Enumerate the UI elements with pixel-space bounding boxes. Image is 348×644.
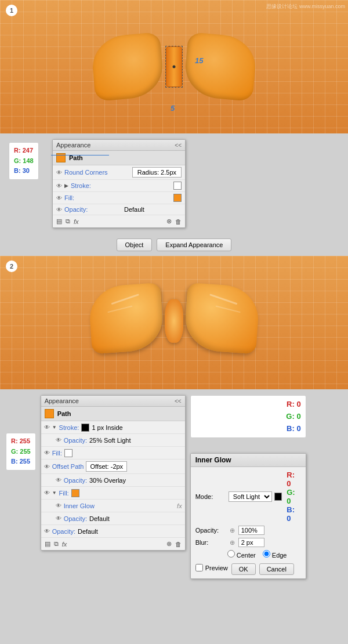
ig-mode-row: Mode: Soft Light R: 0 G: 0 B: 0	[195, 471, 301, 523]
ig-blur-val[interactable]: 2 px	[238, 538, 264, 547]
expand-fill[interactable]: ▼	[52, 490, 57, 495]
trash-icon[interactable]: 🗑	[175, 218, 182, 225]
bow-shape-1	[93, 29, 255, 104]
vis-icon-op[interactable]: 👁	[44, 464, 50, 470]
edge-radio-input[interactable]	[263, 550, 270, 558]
vis-icon-f2[interactable]: 👁	[44, 490, 50, 496]
fill-link-2[interactable]: Fill:	[52, 450, 62, 457]
object-button[interactable]: Object	[117, 238, 153, 251]
bow2-left-wing	[88, 283, 165, 354]
ig-radio-row: Center Edge	[227, 550, 301, 559]
delete-icon[interactable]: ⊗	[166, 218, 172, 225]
ig-opacity-label: Opacity:	[195, 527, 227, 534]
opacity-val-1: Default	[124, 206, 182, 213]
ig-mode-label: Mode:	[195, 493, 226, 500]
expand-icon-1[interactable]: ▶	[64, 183, 68, 189]
panel-controls-2[interactable]: <<	[175, 398, 182, 404]
offset-value: Offset: -2px	[86, 461, 127, 472]
opacity-link-1[interactable]: Opacity:	[64, 206, 122, 213]
trash-icon-2[interactable]: 🗑	[175, 541, 182, 548]
vis-icon-ig[interactable]: 👁	[56, 502, 61, 509]
vis-icon-f1[interactable]: 👁	[44, 450, 50, 456]
section1-number: 1	[6, 5, 17, 16]
offset-path-link[interactable]: Offset Path	[52, 463, 84, 470]
fill-swatch-2[interactable]	[64, 449, 72, 457]
section1-canvas: 1 15 5 思缘设计论坛 www.missyuan.com	[0, 0, 348, 133]
button-row-1: Object Expand Appearance	[0, 234, 348, 256]
stroke-swatch-2[interactable]	[81, 424, 89, 432]
stroke-link-1[interactable]: Stroke:	[71, 182, 171, 189]
vis-icon-s[interactable]: 👁	[44, 424, 50, 430]
ig-opacity-val[interactable]: 100%	[238, 526, 264, 535]
r-value-3: R: 0	[195, 399, 301, 411]
visibility-icon-2[interactable]: 👁	[56, 183, 62, 189]
round-corners-link[interactable]: Round Corners	[64, 169, 130, 176]
opacity-link-4[interactable]: Opacity:	[64, 515, 87, 522]
vis-icon-o4[interactable]: 👁	[44, 528, 50, 534]
label-5: 5	[171, 104, 175, 113]
opacity-row-4: 👁 Opacity: Default	[41, 512, 185, 525]
center-radio-input[interactable]	[227, 550, 235, 558]
fill-row-3: 👁 ▼ Fill:	[41, 487, 185, 500]
duplicate-icon-2[interactable]: ⧉	[54, 540, 59, 548]
opacity-row-5: 👁 Opacity: Default	[41, 525, 185, 538]
layer-icon[interactable]: ▤	[56, 218, 62, 225]
fill-row-1: 👁 Fill:	[53, 192, 185, 204]
preview-checkbox[interactable]	[195, 564, 203, 571]
g-value-3: G: 0	[195, 411, 301, 423]
panel-header-1: Path	[53, 151, 185, 165]
opacity-val-4: Default	[89, 515, 110, 522]
ok-button[interactable]: OK	[231, 563, 256, 575]
visibility-icon-3[interactable]: 👁	[56, 195, 62, 201]
selection-box	[165, 46, 183, 88]
path-label-2: Path	[57, 410, 71, 417]
fill-link-1[interactable]: Fill:	[64, 194, 171, 201]
stroke-swatch-1[interactable]	[173, 182, 182, 190]
fill-link-3[interactable]: Fill:	[59, 490, 69, 497]
color-label-3: R: 0 G: 0 B: 0	[190, 395, 306, 438]
ig-center-radio[interactable]: Center	[227, 550, 256, 559]
blur-stepper-up[interactable]: ⊕	[230, 539, 235, 547]
expand-appearance-button[interactable]: Expand Appearance	[157, 238, 231, 251]
panel-controls-1[interactable]: <<	[175, 142, 182, 149]
panel-title-bar-1: Appearance <<	[53, 140, 185, 151]
visibility-icon-4[interactable]: 👁	[56, 207, 62, 213]
panel-area-1: R: 247 G: 148 B: 30 Appearance << Path 👁…	[0, 133, 348, 234]
ig-opacity-row: Opacity: ⊕ 100%	[195, 526, 301, 535]
ig-blur-label: Blur:	[195, 539, 227, 546]
panel-header-2: Path	[41, 407, 185, 421]
fx-icon-2[interactable]: fx	[62, 541, 67, 548]
bow-left-wing-1	[90, 32, 165, 102]
arrow-line-1	[51, 155, 109, 155]
inner-glow-link[interactable]: Inner Glow	[64, 502, 95, 509]
opacity-link-5[interactable]: Opacity:	[52, 528, 75, 535]
ig-mode-select[interactable]: Soft Light	[229, 491, 272, 502]
vis-icon-o2[interactable]: 👁	[56, 477, 61, 483]
duplicate-icon[interactable]: ⧉	[66, 218, 70, 225]
visibility-icon-1[interactable]: 👁	[56, 169, 62, 176]
ig-edge-radio[interactable]: Edge	[263, 550, 287, 559]
fill-swatch-3[interactable]	[71, 489, 79, 497]
round-corners-row: 👁 Round Corners Radius: 2.5px	[53, 165, 185, 180]
opacity-link-3[interactable]: Opacity:	[64, 477, 87, 484]
fx-icon[interactable]: fx	[74, 218, 79, 225]
vis-icon-o3[interactable]: 👁	[56, 515, 61, 522]
layer-icon-2[interactable]: ▤	[45, 540, 50, 548]
opacity-val-3: 30% Overlay	[89, 477, 126, 484]
ig-color-swatch[interactable]	[274, 493, 282, 501]
fx-label: fx	[177, 502, 182, 509]
opacity-val-2: 25% Soft Light	[89, 437, 131, 444]
section2-number: 2	[6, 261, 17, 272]
delete-icon-2[interactable]: ⊗	[166, 540, 172, 548]
panel-footer-2: ▤ ⧉ fx ⊗ 🗑	[41, 538, 185, 550]
cancel-button[interactable]: Cancel	[259, 563, 294, 575]
vis-icon-o1[interactable]: 👁	[56, 437, 61, 443]
opacity-stepper-up[interactable]: ⊕	[230, 527, 235, 534]
fill-swatch-1[interactable]	[173, 194, 182, 202]
opacity-link-2[interactable]: Opacity:	[64, 437, 87, 444]
stroke-link-2[interactable]: Stroke:	[59, 424, 79, 431]
b-value-1: B: 30	[14, 166, 34, 176]
b-value-3: B: 0	[195, 423, 301, 435]
expand-stroke[interactable]: ▼	[52, 425, 57, 430]
color-block-left: R: 255 G: 255 B: 255	[6, 427, 36, 471]
